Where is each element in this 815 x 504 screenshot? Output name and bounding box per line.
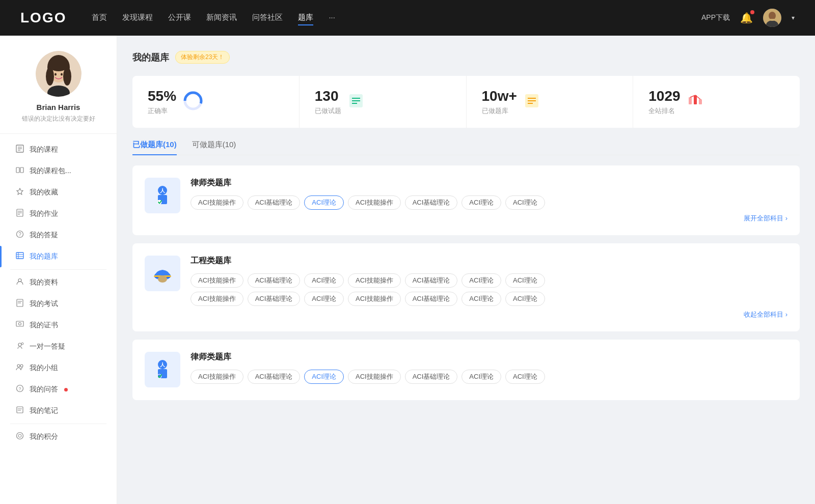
stat-rank-number: 1029 — [648, 88, 680, 104]
tag-item[interactable]: ACI理论 — [304, 273, 344, 288]
qbank-lawyer-2-title: 律师类题库 — [191, 352, 787, 362]
tag-item[interactable]: ACI基础理论 — [405, 195, 458, 210]
navbar-right: APP下载 🔔 ▾ — [701, 9, 795, 27]
tag-item[interactable]: ACI基础理论 — [248, 273, 301, 288]
tag-item[interactable]: ACI理论 — [505, 273, 545, 288]
app-download-link[interactable]: APP下载 — [701, 13, 730, 22]
expand-label[interactable]: 展开全部科目 — [744, 214, 787, 222]
myqa-badge — [64, 388, 68, 391]
stat-done-q-number: 130 — [315, 88, 341, 104]
sidebar-item-group[interactable]: 我的小组 — [0, 357, 117, 379]
tag-item[interactable]: ACI理论 — [461, 370, 501, 384]
stat-accuracy: 55% 正确率 — [132, 76, 300, 128]
sidebar-item-notes[interactable]: 我的笔记 — [0, 400, 117, 422]
notification-bell[interactable]: 🔔 — [740, 12, 753, 24]
tag-item[interactable]: ACI技能操作 — [348, 195, 401, 210]
svg-rect-26 — [16, 253, 23, 259]
tag-item[interactable]: ACI技能操作 — [348, 273, 401, 288]
tag-item-active[interactable]: ACI理论 — [304, 195, 344, 210]
nav-opencourse[interactable]: 公开课 — [168, 11, 191, 25]
sidebar-item-cert[interactable]: 我的证书 — [0, 315, 117, 336]
nav-more[interactable]: ··· — [329, 11, 335, 25]
sidebar: Brian Harris 错误的决定比没有决定要好 我的课程 我的课程包... — [0, 36, 117, 504]
sidebar-label-notes: 我的笔记 — [30, 406, 58, 415]
nav-discover[interactable]: 发现课程 — [122, 11, 153, 25]
tag-item[interactable]: ACI技能操作 — [348, 370, 401, 384]
tag-item[interactable]: ACI基础理论 — [405, 273, 458, 288]
sidebar-item-profile[interactable]: 我的资料 — [0, 272, 117, 293]
coursepack-icon — [15, 166, 24, 176]
sidebar-item-favorites[interactable]: 我的收藏 — [0, 182, 117, 203]
oneone-icon — [15, 342, 24, 352]
sidebar-item-exam[interactable]: 我的考试 — [0, 293, 117, 315]
sidebar-item-qbank[interactable]: 我的题库 — [0, 246, 117, 267]
stat-done-b-number: 10w+ — [482, 88, 517, 104]
svg-point-46 — [18, 434, 21, 437]
tag-item[interactable]: ACI理论 — [461, 195, 501, 210]
page-header: 我的题库 体验剩余23天！ — [132, 51, 800, 64]
stat-done-banks: 10w+ 已做题库 — [467, 76, 634, 128]
qbank-engineer-title: 工程类题库 — [191, 256, 787, 266]
collapse-label[interactable]: 收起全部科目 — [744, 311, 787, 318]
user-avatar[interactable] — [763, 9, 781, 27]
sidebar-item-coursepack[interactable]: 我的课程包... — [0, 160, 117, 182]
stat-accuracy-text: 55% 正确率 — [148, 88, 176, 116]
sidebar-item-course[interactable]: 我的课程 — [0, 139, 117, 160]
sidebar-item-myqa[interactable]: ? 我的问答 — [0, 379, 117, 400]
tag-item[interactable]: ACI基础理论 — [248, 292, 301, 306]
svg-point-38 — [17, 365, 20, 367]
nav-home[interactable]: 首页 — [92, 11, 107, 25]
stat-accuracy-label: 正确率 — [148, 106, 176, 116]
sidebar-item-questions[interactable]: ? 我的答疑 — [0, 225, 117, 246]
user-dropdown-icon[interactable]: ▾ — [792, 14, 795, 21]
sidebar-label-exam: 我的考试 — [30, 299, 58, 309]
stat-accuracy-number: 55% — [148, 88, 176, 104]
nav-qbank[interactable]: 题库 — [298, 11, 313, 25]
svg-point-49 — [188, 96, 198, 106]
cert-icon — [15, 320, 24, 330]
qbank-lawyer-2-tags: ACI技能操作 ACI基础理论 ACI理论 ACI技能操作 ACI基础理论 AC… — [191, 370, 787, 384]
sidebar-label-favorites: 我的收藏 — [30, 188, 58, 197]
sidebar-label-questions: 我的答疑 — [30, 231, 58, 240]
qbank-engineer-collapse[interactable]: 收起全部科目 — [191, 310, 787, 319]
tag-item[interactable]: ACI理论 — [461, 273, 501, 288]
sidebar-avatar-image — [36, 51, 82, 97]
nav-news[interactable]: 新闻资讯 — [206, 11, 237, 25]
tag-item[interactable]: ACI技能操作 — [191, 273, 243, 288]
sidebar-item-points[interactable]: 我的积分 — [0, 426, 117, 447]
nav-qa[interactable]: 问答社区 — [252, 11, 283, 25]
tag-item-active[interactable]: ACI理论 — [304, 370, 344, 384]
qbank-lawyer-2-body: 律师类题库 ACI技能操作 ACI基础理论 ACI理论 ACI技能操作 ACI基… — [191, 352, 787, 388]
tag-item[interactable]: ACI理论 — [505, 370, 545, 384]
svg-rect-60 — [699, 99, 702, 104]
tag-item[interactable]: ACI理论 — [461, 292, 501, 306]
tab-done-banks[interactable]: 已做题库(10) — [132, 140, 177, 155]
tag-item[interactable]: ACI基础理论 — [405, 370, 458, 384]
qbank-lawyer-1-expand[interactable]: 展开全部科目 — [191, 214, 787, 223]
navbar: LOGO 首页 发现课程 公开课 新闻资讯 问答社区 题库 ··· APP下载 … — [0, 0, 815, 36]
tab-todo-banks[interactable]: 可做题库(10) — [192, 140, 236, 155]
tag-item[interactable]: ACI基础理论 — [405, 292, 458, 306]
tag-item[interactable]: ACI理论 — [304, 292, 344, 306]
svg-text:人: 人 — [159, 188, 166, 193]
tag-item[interactable]: ACI技能操作 — [348, 292, 401, 306]
tag-item[interactable]: ACI技能操作 — [191, 195, 243, 210]
sidebar-item-homework[interactable]: 我的作业 — [0, 203, 117, 225]
tag-item[interactable]: ACI技能操作 — [191, 292, 243, 306]
sidebar-label-course: 我的课程 — [30, 145, 58, 154]
done-b-icon — [524, 93, 539, 110]
divider-2 — [10, 424, 106, 424]
stat-rank-text: 1029 全站排名 — [648, 88, 680, 116]
questions-icon: ? — [15, 230, 24, 240]
tag-item[interactable]: ACI基础理论 — [248, 195, 301, 210]
sidebar-item-oneone[interactable]: 一对一答疑 — [0, 336, 117, 357]
tag-item[interactable]: ACI理论 — [505, 292, 545, 306]
tag-item[interactable]: ACI技能操作 — [191, 370, 243, 384]
sidebar-profile: Brian Harris 错误的决定比没有决定要好 — [0, 51, 117, 134]
qbank-lawyer-2-icon-wrap: 人 — [145, 352, 180, 387]
myqa-icon: ? — [15, 384, 24, 395]
tag-item[interactable]: ACI理论 — [505, 195, 545, 210]
exam-icon — [15, 299, 24, 309]
tag-item[interactable]: ACI基础理论 — [248, 370, 301, 384]
stat-rank-label: 全站排名 — [648, 106, 680, 116]
